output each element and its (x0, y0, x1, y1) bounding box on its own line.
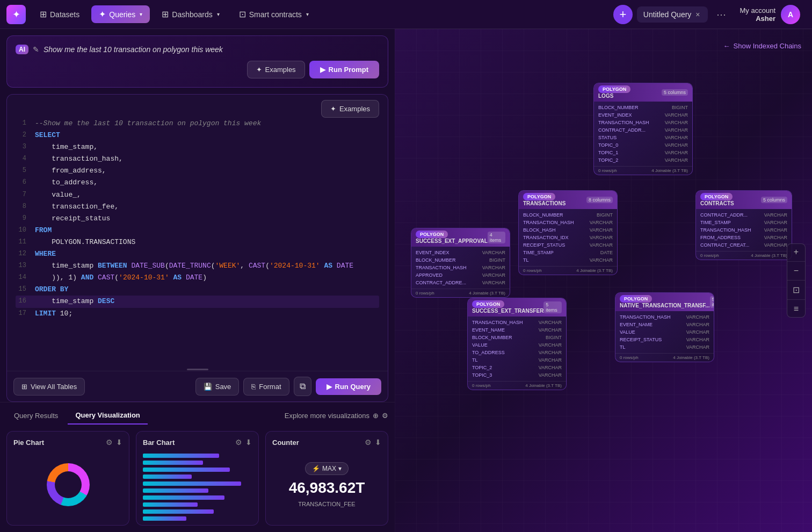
counter-settings-button[interactable]: ⚙ (365, 438, 372, 447)
code-line-12: 12 WHERE (16, 248, 379, 260)
editor-toolbar: ⊞ View All Tables 💾 Save ⎘ Format ⧉ ▶ (7, 371, 388, 401)
logo-icon: ✦ (12, 9, 20, 20)
bar-chart-settings-button[interactable]: ⚙ (235, 438, 242, 447)
schema-table-transactions[interactable]: POLYGON TRANSACTIONS 8 columns BLOCK_NUM… (518, 190, 618, 275)
zoom-settings-button[interactable]: ≡ (787, 301, 805, 317)
schema-row: FROM_ADDRESS VARCHAR (696, 234, 792, 241)
code-line-8: 8 transaction_fee, (16, 201, 379, 213)
pie-chart-content (13, 451, 122, 519)
schema-table-approval[interactable]: POLYGON SUCCESS_EXT_APPROVAL 4 items EVE… (411, 228, 510, 298)
pie-chart-header: Pie Chart ⚙ ⬇ (13, 438, 122, 447)
counter-value: 46,983.62T (289, 479, 365, 497)
save-button[interactable]: 💾 Save (195, 378, 240, 396)
more-options-button[interactable]: ⋯ (712, 6, 730, 23)
ai-badge: AI (16, 45, 28, 54)
schema-row: TO_ADDRESS VARCHAR (468, 349, 566, 356)
run-prompt-button[interactable]: ▶ Run Prompt (309, 61, 379, 78)
table-approval-badge: 4 items (488, 232, 505, 243)
explore-visualizations-button[interactable]: Explore more visualizations ⊕ ⚙ (285, 412, 388, 420)
bar-row (143, 460, 252, 465)
nav-smart-contracts[interactable]: ⊡ Smart contracts ▾ (231, 5, 316, 23)
schema-row: CONTRACT_CREAT... VARCHAR (696, 241, 792, 249)
pie-chart-title: Pie Chart (13, 438, 44, 447)
schema-row: TRANSACTION_HASH VARCHAR (696, 226, 792, 234)
tab-query-visualization[interactable]: Query Visualization (68, 407, 147, 425)
visualization-cards: Pie Chart ⚙ ⬇ Bar Chart ⚙ ⬇ (0, 425, 395, 532)
show-chains-label: Show Indexed Chains (734, 42, 801, 50)
arrow-left-icon: ← (723, 42, 730, 50)
view-tables-icon: ⊞ (21, 383, 27, 391)
schema-table-transfer[interactable]: POLYGON SUCCESS_EXT_TRANSFER 5 items TRA… (467, 298, 567, 390)
code-line-7: 7 value_, (16, 189, 379, 201)
zoom-in-button[interactable]: + (787, 244, 805, 260)
schema-table-native-header: POLYGON NATIVE_TRANSACTION_TRANSF... 5 i… (615, 293, 714, 311)
pie-chart-actions: ⚙ ⬇ (106, 438, 122, 447)
schema-row: CONTRACT_ADDR... VARCHAR (594, 126, 692, 134)
bar-chart-visual (143, 451, 252, 523)
polygon-tag: POLYGON (620, 295, 652, 303)
pie-chart-settings-button[interactable]: ⚙ (106, 438, 113, 447)
zoom-fit-button[interactable]: ⊡ (787, 282, 805, 298)
format-button[interactable]: ⎘ Format (243, 378, 289, 396)
bar-row (143, 453, 252, 458)
counter-content: ⚡ MAX ▾ 46,983.62T TRANSACTION_FEE (272, 451, 381, 519)
explore-settings-icon: ⚙ (382, 412, 388, 420)
counter-actions: ⚙ ⬇ (365, 438, 381, 447)
close-tab-button[interactable]: × (694, 10, 701, 19)
new-query-button[interactable]: + (613, 5, 633, 24)
code-line-4: 4 transaction_hash, (16, 153, 379, 165)
account-menu[interactable]: My account Asher A (735, 3, 806, 26)
run-query-button[interactable]: ▶ Run Query (316, 378, 381, 395)
nav-dashboards[interactable]: ⊞ Dashboards ▾ (154, 5, 227, 23)
nav-datasets-label: Datasets (50, 10, 79, 19)
schema-table-transactions-header: POLYGON TRANSACTIONS 8 columns (519, 191, 617, 209)
bar-chart-content (143, 451, 252, 523)
bar-chart-card: Bar Chart ⚙ ⬇ (136, 431, 259, 526)
schema-table-contracts[interactable]: POLYGON CONTRACTS 5 columns CONTRACT_ADD… (695, 190, 792, 260)
schema-row: TIME_STAMP DATE (519, 249, 617, 256)
code-line-16: 16 time_stamp DESC (16, 296, 379, 307)
bar-chart-title: Bar Chart (143, 438, 175, 447)
top-navigation: ✦ ⊞ Datasets ✦ Queries ▾ ⊞ Dashboards ▾ … (0, 0, 812, 29)
tab-results-label: Query Results (14, 412, 58, 420)
bar-chart-download-button[interactable]: ⬇ (245, 438, 252, 447)
active-query-tab[interactable]: Untitled Query × (637, 6, 708, 23)
show-indexed-chains-button[interactable]: ← Show Indexed Chains (723, 42, 801, 50)
code-line-3: 3 time_stamp, (16, 141, 379, 153)
schema-table-logs[interactable]: POLYGON LOGS 5 columns BLOCK_NUMBER BIGI… (593, 83, 693, 175)
bar-chart-actions: ⚙ ⬇ (235, 438, 252, 447)
schema-row: CONTRACT_ADDRE... VARCHAR (411, 279, 510, 286)
tab-query-results[interactable]: Query Results (6, 407, 66, 424)
view-tables-button[interactable]: ⊞ View All Tables (13, 378, 85, 396)
schema-row: BLOCK_NUMBER BIGINT (594, 104, 692, 111)
counter-download-button[interactable]: ⬇ (375, 438, 381, 447)
queries-chevron-icon: ▾ (140, 11, 142, 17)
code-line-17: 17 LIMIT 10; (16, 308, 379, 320)
avatar: A (781, 5, 800, 24)
schema-diagram[interactable]: POLYGON LOGS 5 columns BLOCK_NUMBER BIGI… (395, 61, 796, 532)
nav-datasets[interactable]: ⊞ Datasets (32, 5, 87, 23)
queries-icon: ✦ (99, 9, 106, 19)
schema-table-native[interactable]: POLYGON NATIVE_TRANSACTION_TRANSF... 5 i… (615, 292, 714, 362)
account-line1: My account (740, 6, 775, 15)
bar-row (143, 488, 252, 493)
code-area[interactable]: 1 --Show me the last 10 transaction on p… (7, 118, 388, 368)
bar-row (143, 495, 252, 500)
pie-chart-download-button[interactable]: ⬇ (116, 438, 122, 447)
bar-chart-header: Bar Chart ⚙ ⬇ (143, 438, 252, 447)
nav-queries[interactable]: ✦ Queries ▾ (91, 5, 150, 23)
table-contracts-footer: 0 rows/ph 4 Joinable (3.T TB) (696, 251, 792, 260)
ai-examples-button[interactable]: ✦ Examples (247, 61, 305, 78)
zoom-out-button[interactable]: − (787, 263, 805, 279)
code-examples-label: Examples (339, 105, 370, 113)
zoom-controls: + − ⊡ ≡ (787, 243, 806, 318)
right-panel: ← Show Indexed Chains + − ⊡ ≡ (395, 29, 812, 532)
app-logo[interactable]: ✦ (6, 5, 26, 24)
schema-row: TL VARCHAR (615, 343, 714, 351)
table-approval-body: EVENT_INDEX VARCHAR BLOCK_NUMBER BIGINT … (411, 247, 510, 289)
schema-row: RECEIPT_STATUS VARCHAR (519, 241, 617, 249)
code-examples-button[interactable]: ✦ Examples (321, 100, 379, 118)
copy-button[interactable]: ⧉ (294, 377, 311, 396)
counter-max-button[interactable]: ⚡ MAX ▾ (305, 462, 349, 475)
table-logs-badge: 5 columns (662, 89, 688, 96)
